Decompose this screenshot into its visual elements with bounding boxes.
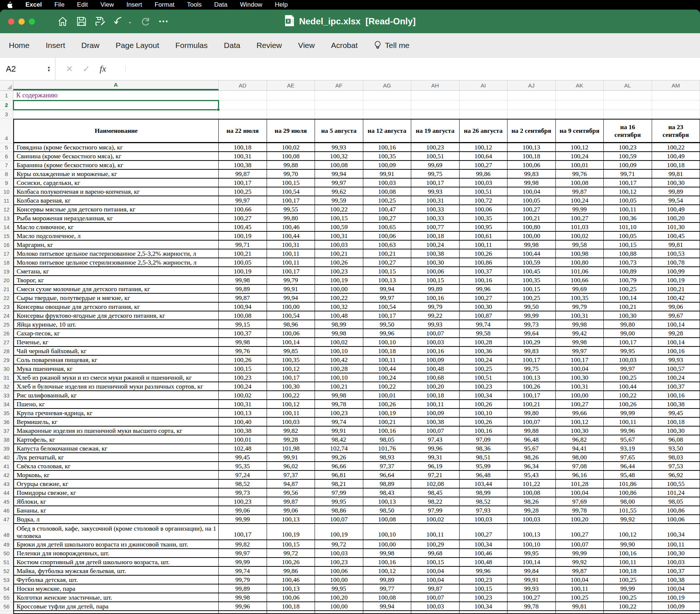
cell-value[interactable]: 100,31 (219, 400, 267, 409)
cell-value[interactable]: 100,25 (460, 365, 508, 373)
cell-value[interactable]: 100,45 (652, 232, 700, 241)
cell-value[interactable]: 100,78 (652, 258, 700, 267)
cell-value[interactable]: 100,18 (363, 347, 412, 356)
row-header-56[interactable]: 56 (0, 602, 13, 611)
cell-value[interactable]: 100,25 (604, 373, 652, 382)
cell-value[interactable]: 100,02 (267, 143, 315, 152)
row-header-partial[interactable] (0, 611, 13, 614)
cell-value[interactable]: 99,87 (219, 170, 267, 179)
cell-value[interactable]: 99,72 (267, 549, 315, 558)
cell-value[interactable]: 100,21 (219, 249, 267, 258)
cell-value[interactable]: 98,05 (363, 435, 412, 444)
cell-value[interactable]: 100,27 (507, 205, 556, 214)
cell-value[interactable]: 100,08 (315, 161, 363, 170)
cell-name[interactable]: Обед в столовой, кафе, закусочной (кроме… (13, 524, 219, 540)
cell-value[interactable]: 100,35 (460, 214, 508, 223)
cell-value[interactable]: 99,31 (411, 453, 460, 462)
cell-value[interactable]: 100,30 (460, 303, 508, 311)
cell-value[interactable]: 100,17 (556, 356, 604, 365)
cell-value[interactable]: 100,21 (507, 214, 556, 223)
empty-cell[interactable] (556, 100, 604, 110)
cell-value[interactable]: 100,15 (411, 558, 460, 567)
cell-value[interactable]: 100,89 (604, 267, 652, 276)
row-header-9[interactable]: 9 (0, 179, 13, 187)
cell-value[interactable]: 98,36 (460, 444, 508, 453)
cell-value[interactable]: 100,80 (556, 258, 604, 267)
cell-value[interactable]: 100,12 (556, 418, 604, 427)
cell-value[interactable]: 100,34 (460, 540, 508, 549)
cell-value[interactable]: 100,15 (219, 365, 267, 373)
cell-value[interactable]: 100,19 (219, 267, 267, 276)
cell-value[interactable]: 100,25 (556, 593, 604, 602)
empty-cell[interactable] (363, 100, 412, 110)
cell-value[interactable]: 99,59 (315, 196, 363, 205)
cell-value[interactable]: 101,86 (604, 480, 652, 489)
cell-value[interactable]: 102,48 (219, 444, 267, 453)
cell-value[interactable]: 100,02 (219, 391, 267, 400)
cell-value[interactable]: 100,17 (219, 524, 267, 540)
cell-value[interactable]: 98,26 (507, 497, 556, 506)
row-header-35[interactable]: 35 (0, 409, 13, 418)
cell-name[interactable]: Сметана, кг (13, 267, 219, 276)
cell-value[interactable]: 99,99 (556, 549, 604, 558)
more-toolbar-options-icon[interactable] (159, 20, 168, 23)
cell-value[interactable]: 94,41 (556, 444, 604, 453)
cell-value[interactable]: 101,55 (604, 506, 652, 515)
cell-value[interactable]: 100,12 (267, 400, 315, 409)
ribbon-tab-draw[interactable]: Draw (82, 41, 100, 50)
cell-name[interactable]: Пшено, кг (13, 400, 219, 409)
empty-cell[interactable] (411, 91, 460, 100)
cell-value[interactable]: 99,86 (460, 170, 508, 179)
name-box-stepper[interactable]: ▲▼ (47, 66, 51, 72)
cell-value[interactable]: 100,17 (604, 338, 652, 347)
cell-value[interactable]: 100,19 (315, 276, 363, 285)
cell-value[interactable]: 99,58 (556, 241, 604, 249)
cell-name[interactable]: Помидоры свежие, кг (13, 489, 219, 497)
cell-value[interactable]: 95,35 (219, 462, 267, 471)
cancel-entry-icon[interactable]: ✕ (66, 64, 73, 74)
cell-value[interactable]: 100,11 (411, 524, 460, 540)
row-header-31[interactable]: 31 (0, 373, 13, 382)
cell-value[interactable]: 100,03 (604, 356, 652, 365)
cell-value[interactable]: 98,52 (460, 497, 508, 506)
menu-item-tools[interactable]: Tools (187, 1, 202, 8)
cell-value[interactable]: 99,76 (219, 347, 267, 356)
cell-value[interactable]: 100,49 (652, 152, 700, 161)
cell-name[interactable]: Печенье, кг (13, 338, 219, 347)
cell-value[interactable]: 100,16 (411, 347, 460, 356)
cell-value[interactable] (460, 611, 508, 614)
cell-value[interactable]: 100,11 (363, 356, 412, 365)
cell-value[interactable]: 100,59 (315, 223, 363, 232)
cell-value[interactable]: 100,88 (604, 249, 652, 258)
table-header-date[interactable]: на 12 августа (363, 119, 412, 143)
cell-value[interactable]: 99,45 (652, 409, 700, 418)
cell-value[interactable]: 100,21 (652, 285, 700, 294)
cell-value[interactable]: 100,12 (604, 187, 652, 196)
cell-value[interactable] (267, 611, 315, 614)
cell-value[interactable]: 99,87 (556, 187, 604, 196)
cell-value[interactable]: 100,34 (652, 524, 700, 540)
cell-value[interactable]: 101,06 (556, 267, 604, 276)
table-header-date[interactable]: на 29 июля (267, 119, 315, 143)
cell-value[interactable]: 100,37 (652, 567, 700, 576)
cell-value[interactable]: 97,37 (363, 462, 412, 471)
cell-value[interactable]: 99,15 (219, 320, 267, 329)
cell-value[interactable]: 100,27 (363, 214, 412, 223)
cell-value[interactable]: 99,87 (267, 497, 315, 506)
cell-value[interactable]: 100,26 (315, 258, 363, 267)
cell-value[interactable]: 100,31 (315, 232, 363, 241)
column-header-A[interactable]: A (13, 80, 219, 90)
cell-value[interactable]: 100,53 (652, 249, 700, 258)
cell-value[interactable]: 100,94 (219, 303, 267, 311)
cell-value[interactable]: 100,24 (363, 373, 412, 382)
cell-name[interactable]: Капуста белокочанная свежая, кг (13, 444, 219, 453)
cell-value[interactable]: 100,09 (411, 409, 460, 418)
cell-value[interactable]: 100,04 (652, 584, 700, 593)
column-header-AF[interactable]: AF (315, 80, 363, 90)
cell-value[interactable]: 100,35 (363, 152, 412, 161)
cell-value[interactable]: 100,11 (267, 249, 315, 258)
cell-value[interactable]: 99,78 (556, 506, 604, 515)
cell-value[interactable]: 99,96 (460, 285, 508, 294)
empty-cell[interactable] (460, 110, 508, 119)
cell-value[interactable]: 99,83 (507, 170, 556, 179)
